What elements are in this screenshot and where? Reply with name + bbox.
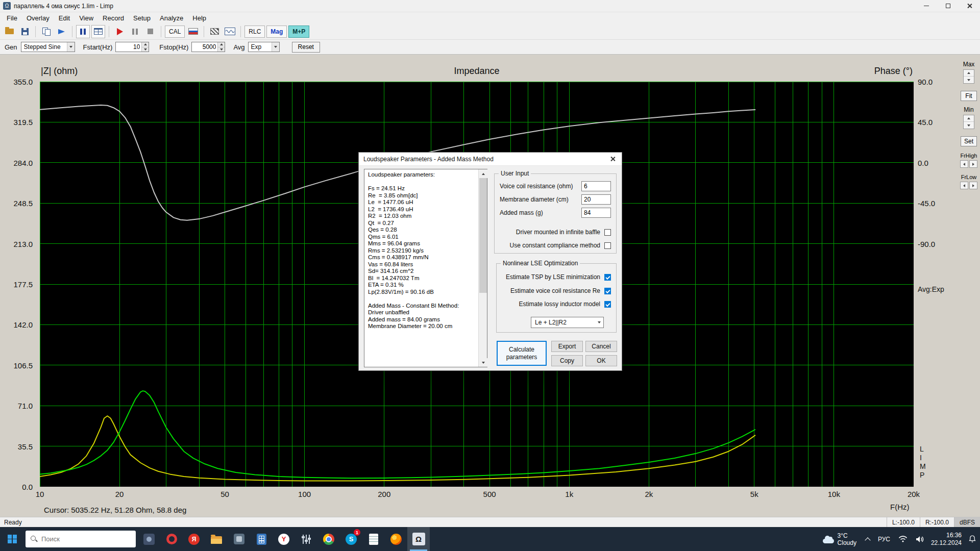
action-center-button[interactable] [965,527,980,551]
close-button[interactable] [959,0,980,12]
taskbar-icon-capture-app[interactable] [228,527,250,551]
search-input[interactable] [41,535,118,543]
weather-temp: 3°C [838,532,856,539]
taskbar-icon-firefox[interactable] [385,527,407,551]
copy-button[interactable] [39,25,53,38]
parameter-line: Mms = 96.04 grams [368,240,477,247]
taskbar-icon-yandex-browser[interactable]: Я [183,527,205,551]
fit-button[interactable]: Fit [961,91,977,101]
scope-button[interactable] [223,25,237,38]
menu-item[interactable]: Record [98,13,129,23]
table-view-button[interactable] [91,25,105,38]
calibrate-button[interactable]: CAL [165,26,185,38]
menu-item[interactable]: Setup [129,13,155,23]
taskbar: Я Y S 1 Ω 3°C Cloudy РУС [0,527,980,551]
save-file-button[interactable] [18,25,32,38]
constant-compliance-checkbox[interactable] [604,242,611,249]
rlc-button[interactable]: RLC [244,26,265,38]
minimize-button[interactable] [916,0,937,12]
parameter-line [368,179,477,186]
magnitude-view-button[interactable]: Mag [266,26,287,38]
cancel-button[interactable]: Cancel [585,341,617,352]
taskbar-icon-notes[interactable] [362,527,385,551]
weather-widget[interactable]: 3°C Cloudy [818,527,862,551]
frlow-label: FrLow [961,174,977,180]
marker-button[interactable] [55,25,68,38]
stop-measurement-button[interactable] [143,25,157,38]
fstop-input[interactable] [192,42,217,52]
estimate-tsp-checkbox[interactable] [604,274,611,281]
membrane-diameter-input[interactable] [581,194,611,205]
menu-item[interactable]: View [75,13,98,23]
menu-item[interactable]: File [2,13,22,23]
fstart-input[interactable] [116,42,141,52]
maximize-button[interactable] [937,0,959,12]
cursor-readout: Cursor: 5035.22 Hz, 51.28 Ohm, 58.8 deg [44,506,186,514]
calculate-parameters-button[interactable]: Calculate parameters [497,341,547,366]
export-button[interactable]: Export [551,341,583,352]
fstart-spinner[interactable] [115,42,149,52]
frlow-increase-button[interactable] [969,182,977,189]
frlow-decrease-button[interactable] [960,182,968,189]
parameters-listbox[interactable]: Loudspeaker parameters:Fs = 24.51 HzRe =… [364,169,487,367]
lse-group-label: Nonlinear LSE Optimization [501,260,580,267]
min-spinner[interactable] [963,115,974,129]
lossy-inductor-checkbox[interactable] [604,301,611,308]
ok-button[interactable]: OK [585,355,617,366]
fstart-spin-buttons[interactable] [141,42,149,52]
phase-axis-title: Phase (°) [874,66,913,77]
scroll-down-button[interactable] [479,358,487,367]
clock[interactable]: 16:36 22.12.2024 [928,532,965,547]
pause-measurement-button[interactable] [128,25,142,38]
scroll-up-button[interactable] [479,169,487,178]
fstop-spinner[interactable] [191,42,225,52]
limp-watermark: LIMP [920,445,926,480]
network-button[interactable] [894,527,912,551]
copy-button[interactable]: Copy [551,355,583,366]
parameter-line: Lp(2.83V/1m) = 90.16 dB [368,289,477,296]
taskbar-icon-chrome[interactable] [317,527,340,551]
inductor-model-select[interactable]: Le + L2||R2 [531,317,604,328]
taskbar-icon-yandex-search[interactable]: Y [273,527,295,551]
save-icon [21,28,29,35]
added-mass-input[interactable] [581,208,611,218]
taskbar-search[interactable] [26,531,136,547]
taskbar-icon-limp[interactable]: Ω [407,527,430,551]
taskbar-icon-file-explorer[interactable] [205,527,228,551]
infinite-baffle-checkbox[interactable] [604,229,611,236]
generator-type-select[interactable]: Stepped Sine [21,42,75,52]
taskbar-icon-volume-mixer[interactable] [295,527,317,551]
estimate-re-checkbox[interactable] [604,288,611,294]
magnitude-phase-view-button[interactable]: M+P [288,26,309,38]
taskbar-icon-screenshot-tool[interactable] [138,527,160,551]
menu-item[interactable]: Help [188,13,211,23]
averaging-select[interactable]: Exp [248,42,280,52]
voice-coil-resistance-input[interactable] [581,181,611,191]
reset-button[interactable]: Reset [292,42,320,53]
taskbar-icon-calculator[interactable] [250,527,273,551]
pause-button[interactable] [76,25,90,38]
menu-item[interactable]: Edit [54,13,75,23]
scrollbar-thumb[interactable] [479,178,487,293]
menu-item[interactable]: Analyze [155,13,188,23]
start-button[interactable] [0,527,24,551]
color-scheme-button[interactable] [186,25,200,38]
frhigh-decrease-button[interactable] [960,160,968,168]
language-indicator[interactable]: РУС [874,527,894,551]
frhigh-increase-button[interactable] [969,160,977,168]
fill-style-button[interactable] [208,25,222,38]
start-measurement-button[interactable] [113,25,127,38]
listbox-scrollbar[interactable] [478,169,487,367]
tray-overflow-button[interactable] [862,527,874,551]
user-input-group: User Input Voice coil resistance (ohm) M… [494,173,617,254]
dialog-close-button[interactable] [603,153,622,165]
volume-button[interactable] [912,527,928,551]
max-spinner[interactable] [963,69,974,84]
menu-item[interactable]: Overlay [22,13,54,23]
taskbar-icon-skype[interactable]: S 1 [340,527,362,551]
x-axis-tick: 20k [908,490,920,498]
taskbar-icon-opera[interactable] [160,527,183,551]
open-file-button[interactable] [3,25,16,38]
fstop-spin-buttons[interactable] [217,42,225,52]
set-button[interactable]: Set [961,136,977,146]
